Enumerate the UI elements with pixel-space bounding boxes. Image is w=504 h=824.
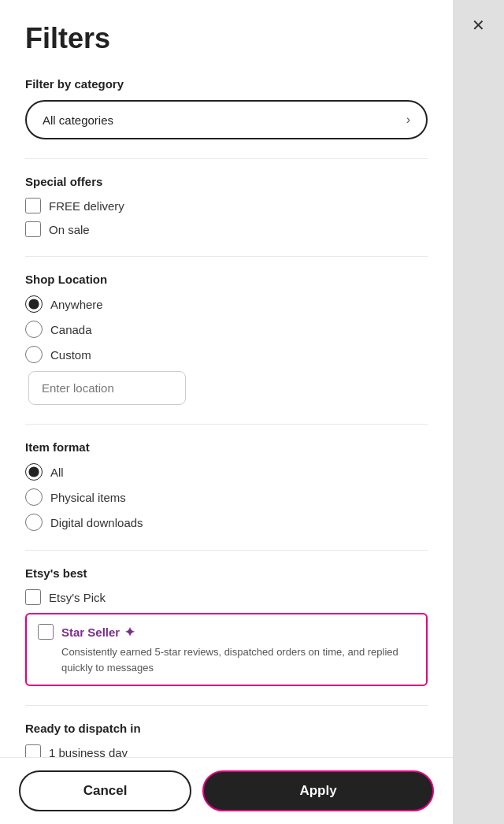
filters-panel: Filters Filter by category All categorie… [0,0,453,824]
divider-4 [25,550,428,551]
all-format-radio[interactable] [25,463,43,481]
ready-to-dispatch-label: Ready to dispatch in [25,722,428,735]
star-seller-checkbox[interactable] [38,624,54,640]
all-format-radio-row[interactable]: All [25,463,428,481]
special-offers-section: Special offers FREE delivery On sale [25,175,428,237]
canada-radio-row[interactable]: Canada [25,321,428,338]
filter-by-category-label: Filter by category [25,77,428,91]
shop-location-section: Shop Location Anywhere Canada Custom [25,273,428,405]
category-dropdown-value: All categories [43,113,113,127]
apply-button[interactable]: Apply [202,770,434,811]
physical-label: Physical items [50,491,126,504]
cancel-button[interactable]: Cancel [19,770,191,811]
chevron-right-icon: › [406,113,410,127]
custom-radio[interactable] [25,346,43,363]
physical-radio-row[interactable]: Physical items [25,488,428,506]
on-sale-checkbox[interactable] [25,221,41,237]
anywhere-radio[interactable] [25,295,43,313]
anywhere-radio-row[interactable]: Anywhere [25,295,428,313]
canada-label: Canada [50,323,92,336]
etsys-best-label: Etsy's best [25,566,428,580]
divider-2 [25,256,428,257]
divider-3 [25,424,428,425]
shop-location-label: Shop Location [25,273,428,286]
bottom-bar: Cancel Apply [0,757,453,824]
digital-radio[interactable] [25,514,43,531]
filters-title: Filters [25,22,428,55]
digital-radio-row[interactable]: Digital downloads [25,514,428,531]
item-format-section: Item format All Physical items Digital d… [25,440,428,531]
special-offers-label: Special offers [25,175,428,188]
star-seller-badge-icon: ✦ [124,625,135,640]
star-seller-box: Star Seller ✦ Consistently earned 5-star… [25,613,428,686]
location-input-wrap [28,371,428,405]
canada-radio[interactable] [25,321,43,338]
star-seller-row: Star Seller ✦ [38,624,415,640]
category-dropdown-button[interactable]: All categories › [25,100,428,139]
star-seller-description: Consistently earned 5-star reviews, disp… [61,644,415,675]
digital-label: Digital downloads [50,516,143,529]
item-format-label: Item format [25,440,428,454]
filter-by-category-section: Filter by category All categories › [25,77,428,139]
close-button[interactable]: ✕ [466,13,491,38]
location-input[interactable] [28,371,186,405]
free-delivery-checkbox[interactable] [25,198,41,213]
on-sale-checkbox-row[interactable]: On sale [25,221,428,237]
free-delivery-label: FREE delivery [49,199,124,213]
anywhere-label: Anywhere [50,298,103,311]
etsys-pick-checkbox[interactable] [25,589,41,605]
physical-radio[interactable] [25,488,43,506]
divider-1 [25,158,428,159]
divider-5 [25,705,428,706]
custom-radio-row[interactable]: Custom [25,346,428,363]
etsys-best-section: Etsy's best Etsy's Pick Star Seller ✦ Co… [25,566,428,686]
star-seller-label: Star Seller ✦ [61,625,135,640]
star-seller-text: Star Seller [61,625,120,639]
right-panel: ✕ [453,0,504,824]
all-format-label: All [50,466,64,479]
etsys-pick-label: Etsy's Pick [49,591,106,604]
free-delivery-checkbox-row[interactable]: FREE delivery [25,198,428,213]
on-sale-label: On sale [49,223,90,236]
custom-label: Custom [50,348,91,362]
etsys-pick-checkbox-row[interactable]: Etsy's Pick [25,589,428,605]
